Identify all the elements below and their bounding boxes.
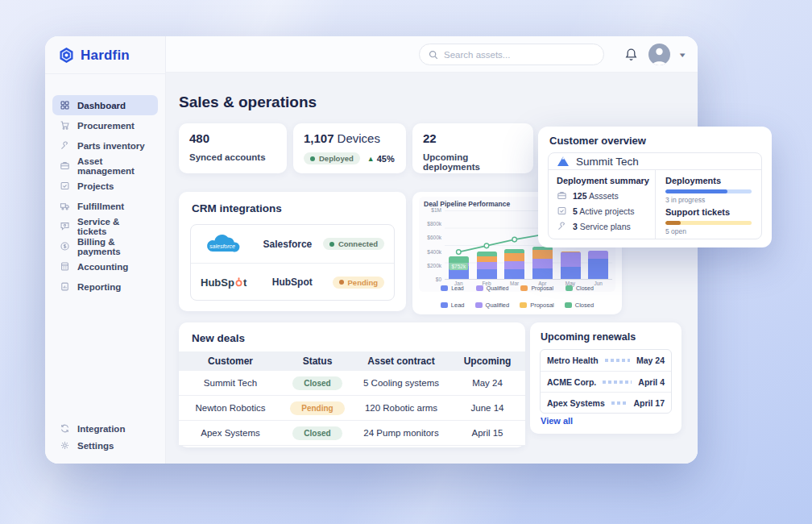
status-dot: [329, 242, 334, 247]
sidebar-item-integration[interactable]: Integration: [52, 420, 158, 437]
legend-swatch: [520, 285, 528, 291]
wrench-icon: [59, 140, 70, 152]
legend-item-qualified: Qualified: [476, 285, 509, 291]
legend-swatch: [441, 285, 448, 291]
cell-status: Pending: [282, 401, 353, 415]
legend-swatch: [476, 285, 483, 291]
chat-icon: [59, 221, 70, 232]
sidebar-item-parts-inventory[interactable]: Parts inventory: [52, 135, 158, 156]
renewals-title: Upcoming renewals: [541, 331, 636, 343]
stat-card-upcoming-deployments: 22 Upcoming deployments: [412, 123, 533, 173]
table-row[interactable]: Summit Tech Closed 5 Cooling systems May…: [179, 371, 525, 396]
column-header: Upcoming: [450, 356, 525, 367]
renewal-name: ACME Corp.: [547, 377, 596, 387]
legend-item-proposal: Proposal: [520, 302, 554, 309]
deployment-summary: Deployment summary 125 Asssets 5 Active …: [549, 170, 655, 239]
company-row[interactable]: Summit Tech: [549, 153, 761, 170]
sidebar-item-settings[interactable]: Settings: [52, 437, 158, 454]
sidebar-item-accounting[interactable]: Accounting: [52, 256, 158, 277]
renewal-row[interactable]: ACME Corp. April 4: [541, 371, 671, 392]
dotted-leader: [603, 381, 632, 384]
deployments-title: Deployments: [665, 176, 752, 185]
renewal-row[interactable]: Metro Health May 24: [541, 350, 671, 371]
sidebar-item-label: Asset management: [77, 156, 151, 176]
sidebar-item-label: Integration: [77, 424, 125, 434]
renewal-date: May 24: [636, 356, 665, 365]
legend-swatch: [520, 302, 527, 308]
chart-y-axis: $1M$800k$600k$400k$200k$0: [419, 208, 441, 282]
logo[interactable]: Hardfin: [45, 36, 165, 74]
status-pill: Closed: [292, 376, 342, 390]
status-dot: [339, 280, 344, 285]
chevron-down-icon[interactable]: ▾: [680, 51, 686, 59]
legend-item-closed: Closed: [566, 285, 594, 291]
crm-row-hubspot[interactable]: HubSpt HubSpot Pending: [191, 263, 394, 301]
deployments-caption: 3 in progress: [665, 196, 752, 204]
renewals-list: Metro Health May 24 ACME Corp. April 4 A…: [540, 349, 672, 414]
sidebar-item-projects[interactable]: Projects: [52, 176, 158, 196]
cell-contract: 120 Robotic arms: [353, 403, 450, 413]
legend-swatch: [475, 302, 483, 308]
y-tick-label: $600k: [419, 235, 441, 240]
topbar: Search assets... ▾: [166, 36, 698, 73]
search-input[interactable]: Search assets...: [419, 44, 604, 65]
sidebar-item-label: Billing & payments: [77, 237, 151, 256]
stat-suffix: Devices: [338, 131, 380, 145]
legend-item-qualified: Qualified: [475, 302, 510, 309]
legend-item-lead: Lead: [441, 285, 464, 291]
deployed-badge: Deployed: [304, 152, 360, 164]
dotted-leader: [611, 401, 628, 405]
truck-icon: [59, 201, 70, 212]
report-icon: [59, 281, 70, 293]
hubspot-logo: HubSpt: [201, 277, 252, 289]
app-window: Hardfin Dashboard Procurement Parts inve…: [45, 36, 698, 464]
table-row[interactable]: Apex Systems Closed 24 Pump monitors Apr…: [179, 421, 525, 446]
legend-swatch: [565, 302, 572, 308]
cell-upcoming: June 14: [450, 403, 525, 413]
customer-overview-panel: Summit Tech Deployment summary 125 Assse…: [548, 152, 762, 239]
table-row[interactable]: Newton Robotics Pending 120 Robotic arms…: [179, 396, 525, 421]
renewal-row[interactable]: Apex Systems April 17: [541, 392, 671, 413]
crm-row-salesforce[interactable]: salesforce Salesforce Connected: [191, 225, 394, 263]
bell-icon[interactable]: [624, 48, 638, 62]
svg-text:salesforce: salesforce: [209, 243, 235, 248]
customer-overview-card: Customer overview Summit Tech Deployment…: [538, 127, 772, 247]
sidebar-item-asset-management[interactable]: Asset management: [52, 156, 158, 176]
connected-badge: Connected: [323, 238, 384, 250]
dotted-leader: [605, 359, 630, 362]
deployment-progress: Deployments 3 in progress Support ticket…: [655, 170, 761, 239]
y-tick-label: $800k: [419, 222, 441, 227]
legend-item-lead: Lead: [441, 302, 465, 309]
sidebar-footer: Integration Settings: [52, 420, 158, 454]
cell-status: Closed: [282, 376, 353, 390]
cell-upcoming: May 24: [450, 378, 525, 388]
integration-name: Salesforce: [252, 239, 323, 250]
crm-card-title: CRM integrations: [192, 202, 282, 214]
deployments-progressbar: [665, 189, 752, 193]
sidebar-item-label: Settings: [77, 441, 114, 451]
avatar[interactable]: [648, 44, 670, 65]
sidebar-item-label: Procurement: [77, 121, 135, 131]
sidebar-item-billing-payments[interactable]: Billing & payments: [52, 236, 158, 256]
summary-item: 3 Service plans: [557, 221, 655, 231]
legend-item-closed: Closed: [565, 302, 594, 309]
y-tick-label: $0: [419, 277, 441, 282]
sidebar-item-label: Fulfillment: [77, 202, 124, 211]
hardfin-logo-icon: [58, 47, 75, 64]
stat-value: 1,107: [304, 131, 334, 145]
summary-item: 125 Asssets: [557, 190, 655, 201]
sync-icon: [59, 423, 70, 435]
sidebar-item-service-tickets[interactable]: Service & tickets: [52, 216, 158, 236]
sidebar-item-label: Dashboard: [77, 101, 126, 110]
renewal-name: Metro Health: [547, 356, 599, 365]
new-deals-table: Customer Status Asset contract Upcoming …: [179, 351, 525, 446]
sidebar-item-procurement[interactable]: Procurement: [52, 115, 158, 135]
cell-customer: Apex Systems: [179, 428, 282, 438]
integration-name: HubSpot: [252, 277, 333, 288]
sidebar-item-fulfillment[interactable]: Fulfillment: [52, 196, 158, 216]
view-all-link[interactable]: View all: [541, 416, 573, 426]
sidebar-item-reporting[interactable]: Reporting: [52, 277, 158, 297]
table-header-row: Customer Status Asset contract Upcoming: [179, 351, 525, 371]
crm-integrations-card: CRM integrations salesforce Salesforce C…: [179, 192, 406, 311]
sidebar-item-dashboard[interactable]: Dashboard: [52, 95, 158, 115]
